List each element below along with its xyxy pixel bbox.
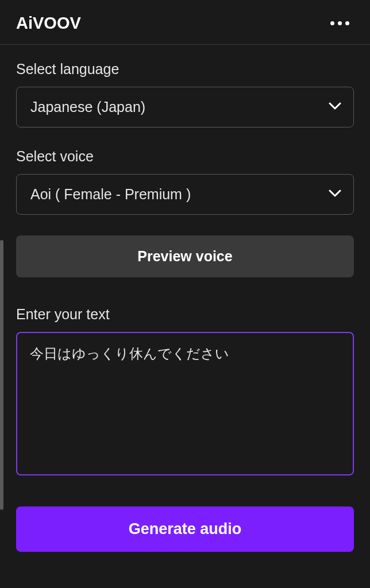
content: Select language Japanese (Japan) Select …	[0, 45, 370, 552]
app-title: AiVOOV	[16, 14, 81, 33]
text-label: Enter your text	[16, 306, 354, 323]
voice-select[interactable]: Aoi ( Female - Premium )	[16, 174, 354, 215]
more-menu-icon[interactable]	[326, 17, 354, 30]
header: AiVOOV	[0, 0, 370, 45]
generate-audio-button[interactable]: Generate audio	[16, 506, 354, 552]
language-select[interactable]: Japanese (Japan)	[16, 87, 354, 127]
language-select-wrapper: Japanese (Japan)	[16, 87, 354, 127]
text-input-wrapper	[16, 332, 354, 478]
text-input[interactable]	[16, 332, 354, 475]
preview-voice-button[interactable]: Preview voice	[16, 235, 354, 277]
voice-label: Select voice	[16, 148, 354, 165]
voice-select-wrapper: Aoi ( Female - Premium )	[16, 174, 354, 215]
language-label: Select language	[16, 61, 354, 78]
scroll-indicator[interactable]	[0, 240, 3, 510]
